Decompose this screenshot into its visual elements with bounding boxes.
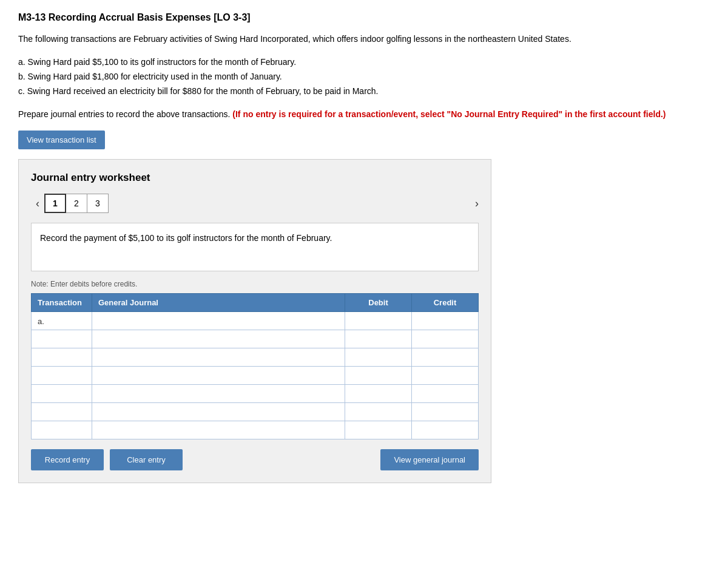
transaction-description: Record the payment of $5,100 to its golf…: [31, 223, 479, 271]
general-journal-input[interactable]: [92, 421, 345, 439]
instructions: Prepare journal entries to record the ab…: [18, 108, 710, 121]
header-transaction: Transaction: [32, 294, 92, 312]
page-title: M3-13 Recording Accrual Basis Expenses […: [18, 12, 710, 23]
table-row: [32, 385, 479, 403]
general-journal-cell[interactable]: [92, 330, 345, 348]
general-journal-input[interactable]: [92, 367, 345, 384]
transaction-c: c. Swing Hard received an electricity bi…: [18, 84, 710, 99]
view-general-journal-button[interactable]: View general journal: [380, 449, 479, 470]
credit-input[interactable]: [412, 421, 478, 439]
debit-input[interactable]: [345, 330, 411, 348]
header-debit: Debit: [345, 294, 412, 312]
general-journal-input[interactable]: [92, 385, 345, 402]
debit-input[interactable]: [345, 421, 411, 439]
header-general-journal: General Journal: [92, 294, 345, 312]
credit-cell[interactable]: [412, 421, 479, 439]
debit-input[interactable]: [345, 367, 411, 384]
general-journal-cell[interactable]: [92, 421, 345, 439]
table-row: [32, 367, 479, 385]
debit-cell[interactable]: [345, 421, 412, 439]
view-transaction-list-button[interactable]: View transaction list: [18, 131, 105, 149]
worksheet-nav: ‹ 1 2 3 ›: [31, 194, 479, 213]
table-row: [32, 403, 479, 421]
transaction-label: a.: [32, 314, 50, 328]
credit-input[interactable]: [412, 348, 478, 366]
note-text: Note: Enter debits before credits.: [31, 280, 479, 288]
debit-cell[interactable]: [345, 330, 412, 348]
tab-2[interactable]: 2: [66, 194, 87, 213]
table-row: [32, 348, 479, 367]
general-journal-input[interactable]: [92, 312, 345, 330]
worksheet-container: Journal entry worksheet ‹ 1 2 3 › Record…: [18, 159, 491, 483]
table-row: a.: [32, 312, 479, 330]
nav-next-arrow[interactable]: ›: [475, 197, 479, 210]
debit-input[interactable]: [345, 385, 411, 402]
worksheet-title: Journal entry worksheet: [31, 172, 479, 184]
general-journal-cell[interactable]: [92, 385, 345, 403]
credit-cell[interactable]: [412, 348, 479, 367]
debit-cell[interactable]: [345, 367, 412, 385]
debit-cell[interactable]: [345, 403, 412, 421]
general-journal-cell[interactable]: [92, 403, 345, 421]
instructions-bold: (If no entry is required for a transacti…: [232, 109, 666, 119]
tabs-group: 1 2 3: [44, 194, 108, 213]
credit-input[interactable]: [412, 312, 478, 330]
debit-cell[interactable]: [345, 385, 412, 403]
transaction-cell: [32, 421, 92, 439]
journal-table: Transaction General Journal Debit Credit…: [31, 293, 479, 439]
credit-input[interactable]: [412, 330, 478, 348]
debit-cell[interactable]: [345, 348, 412, 367]
debit-input[interactable]: [345, 312, 411, 330]
general-journal-input[interactable]: [92, 330, 345, 348]
transaction-cell: [32, 330, 92, 348]
clear-entry-button[interactable]: Clear entry: [110, 449, 183, 470]
table-row: [32, 421, 479, 439]
transaction-cell: [32, 403, 92, 421]
transaction-cell: a.: [32, 312, 92, 330]
general-journal-cell[interactable]: [92, 348, 345, 367]
debit-cell[interactable]: [345, 312, 412, 330]
transactions-list: a. Swing Hard paid $5,100 to its golf in…: [18, 55, 710, 98]
table-row: [32, 330, 479, 348]
debit-input[interactable]: [345, 348, 411, 366]
header-credit: Credit: [412, 294, 479, 312]
intro-text: The following transactions are February …: [18, 33, 710, 46]
transaction-cell: [32, 348, 92, 367]
credit-input[interactable]: [412, 385, 478, 402]
credit-input[interactable]: [412, 367, 478, 384]
general-journal-cell[interactable]: [92, 367, 345, 385]
credit-cell[interactable]: [412, 367, 479, 385]
transaction-cell: [32, 367, 92, 385]
general-journal-input[interactable]: [92, 348, 345, 366]
tab-3[interactable]: 3: [87, 194, 109, 213]
credit-cell[interactable]: [412, 330, 479, 348]
tab-1[interactable]: 1: [44, 194, 66, 213]
nav-prev-arrow[interactable]: ‹: [31, 195, 44, 212]
debit-input[interactable]: [345, 403, 411, 421]
credit-input[interactable]: [412, 403, 478, 421]
credit-cell[interactable]: [412, 312, 479, 330]
transaction-cell: [32, 385, 92, 403]
general-journal-cell[interactable]: [92, 312, 345, 330]
transaction-a: a. Swing Hard paid $5,100 to its golf in…: [18, 55, 710, 70]
credit-cell[interactable]: [412, 385, 479, 403]
instructions-plain: Prepare journal entries to record the ab…: [18, 109, 232, 119]
credit-cell[interactable]: [412, 403, 479, 421]
button-row: Record entry Clear entry View general jo…: [31, 449, 479, 470]
record-entry-button[interactable]: Record entry: [31, 449, 104, 470]
transaction-b: b. Swing Hard paid $1,800 for electricit…: [18, 70, 710, 84]
general-journal-input[interactable]: [92, 403, 345, 421]
